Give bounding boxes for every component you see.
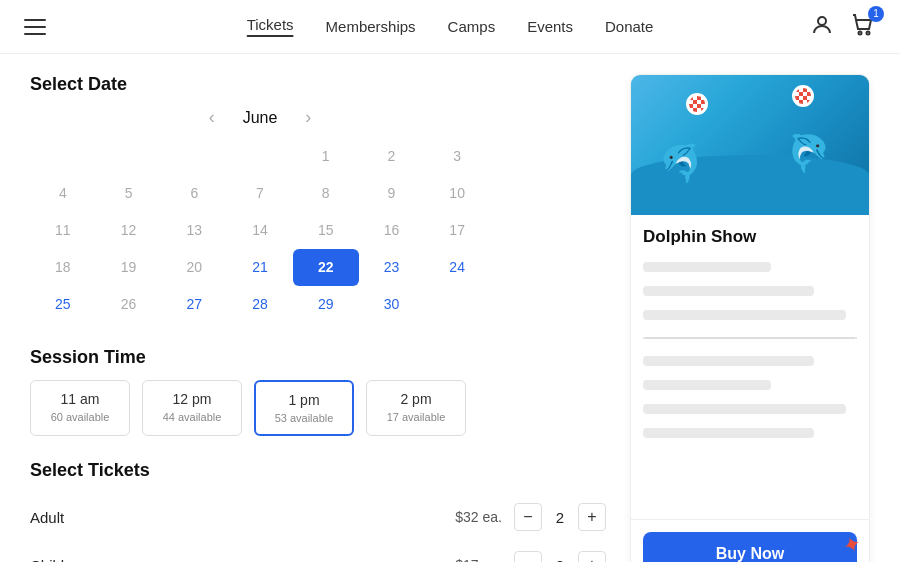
nav-tickets[interactable]: Tickets: [247, 16, 294, 37]
event-image: 🐬 🐬: [631, 75, 869, 215]
cal-day: 18: [30, 249, 96, 286]
time-option[interactable]: 12 pm44 available: [142, 380, 242, 436]
select-date-title: Select Date: [30, 74, 606, 95]
cal-day: 4: [30, 175, 96, 212]
left-panel: Select Date ‹ June › 1234567891011121314…: [30, 74, 606, 562]
prev-month-button[interactable]: ‹: [205, 107, 219, 128]
nav-memberships[interactable]: Memberships: [326, 18, 416, 35]
ticket-row: Child $17 ea. − 2 +: [30, 541, 606, 562]
skeleton-5: [643, 380, 771, 390]
cal-day: 7: [227, 175, 293, 212]
cal-day: 11: [30, 212, 96, 249]
skeleton-3: [643, 310, 846, 320]
cal-day[interactable]: 28: [227, 286, 293, 323]
qty-decrease-button[interactable]: −: [514, 551, 542, 562]
buy-btn-area: Buy Now ✦: [631, 519, 869, 562]
ball-2: [792, 85, 814, 107]
time-avail: 17 available: [385, 411, 447, 423]
qty-increase-button[interactable]: +: [578, 551, 606, 562]
skeleton-2: [643, 286, 814, 296]
cal-day: 15: [293, 212, 359, 249]
time-options: 11 am60 available12 pm44 available1 pm53…: [30, 380, 606, 436]
qty-value: 2: [550, 557, 570, 563]
buy-now-button[interactable]: Buy Now: [643, 532, 857, 562]
cal-day[interactable]: 23: [359, 249, 425, 286]
ticket-name: Adult: [30, 509, 420, 526]
account-icon[interactable]: [810, 13, 834, 41]
skeleton-7: [643, 428, 814, 438]
svg-point-0: [818, 17, 826, 25]
next-month-button[interactable]: ›: [301, 107, 315, 128]
event-info: Dolphin Show: [631, 215, 869, 519]
cal-day: [161, 138, 227, 175]
cal-day: 5: [96, 175, 162, 212]
qty-control: − 2 +: [514, 551, 606, 562]
session-title: Session Time: [30, 347, 606, 368]
time-avail: 60 available: [49, 411, 111, 423]
cal-day: [227, 138, 293, 175]
svg-point-1: [859, 31, 862, 34]
cal-day: 10: [424, 175, 490, 212]
cal-day[interactable]: 29: [293, 286, 359, 323]
qty-increase-button[interactable]: +: [578, 503, 606, 531]
cal-day: 12: [96, 212, 162, 249]
cal-day: [30, 138, 96, 175]
nav-camps[interactable]: Camps: [448, 18, 496, 35]
nav-events[interactable]: Events: [527, 18, 573, 35]
session-section: Session Time 11 am60 available12 pm44 av…: [30, 347, 606, 436]
cal-day: 19: [96, 249, 162, 286]
tickets-section: Select Tickets Adult $32 ea. − 2 + Child…: [30, 460, 606, 562]
cal-day: 26: [96, 286, 162, 323]
cal-day: 3: [424, 138, 490, 175]
qty-decrease-button[interactable]: −: [514, 503, 542, 531]
dolphin-scene: 🐬 🐬: [631, 75, 869, 215]
cal-day[interactable]: 24: [424, 249, 490, 286]
cal-day[interactable]: 27: [161, 286, 227, 323]
ticket-price: $17 ea.: [432, 557, 502, 562]
time-avail: 44 available: [161, 411, 223, 423]
svg-point-2: [867, 31, 870, 34]
qty-value: 2: [550, 509, 570, 526]
ticket-row: Adult $32 ea. − 2 +: [30, 493, 606, 541]
skeleton-6: [643, 404, 846, 414]
header: Tickets Memberships Camps Events Donate …: [0, 0, 900, 54]
skeleton-1: [643, 262, 771, 272]
cal-day[interactable]: 21: [227, 249, 293, 286]
time-label: 2 pm: [385, 391, 447, 407]
cal-day[interactable]: 22: [293, 249, 359, 286]
qty-control: − 2 +: [514, 503, 606, 531]
nav-donate[interactable]: Donate: [605, 18, 653, 35]
cal-day: 6: [161, 175, 227, 212]
main-nav: Tickets Memberships Camps Events Donate: [247, 16, 654, 37]
cal-day: 2: [359, 138, 425, 175]
time-option[interactable]: 11 am60 available: [30, 380, 130, 436]
hamburger-menu[interactable]: [24, 19, 46, 35]
cal-day: 1: [293, 138, 359, 175]
skeleton-4: [643, 356, 814, 366]
cal-day[interactable]: 25: [30, 286, 96, 323]
cal-day: 17: [424, 212, 490, 249]
time-option[interactable]: 1 pm53 available: [254, 380, 354, 436]
cal-day: [96, 138, 162, 175]
time-label: 11 am: [49, 391, 111, 407]
time-option[interactable]: 2 pm17 available: [366, 380, 466, 436]
cal-day: 20: [161, 249, 227, 286]
ticket-price: $32 ea.: [432, 509, 502, 525]
cart-icon[interactable]: 1: [850, 12, 876, 42]
right-panel: 🐬 🐬 Dolphin Show Buy Now ✦: [630, 74, 870, 562]
month-name: June: [243, 109, 278, 127]
event-title: Dolphin Show: [643, 227, 857, 247]
cal-day[interactable]: 30: [359, 286, 425, 323]
ball-1: [686, 93, 708, 115]
cal-day: 16: [359, 212, 425, 249]
select-date-section: Select Date ‹ June › 1234567891011121314…: [30, 74, 606, 323]
cal-day: 8: [293, 175, 359, 212]
time-label: 1 pm: [274, 392, 334, 408]
cal-day: 9: [359, 175, 425, 212]
tickets-title: Select Tickets: [30, 460, 606, 481]
cal-day: 13: [161, 212, 227, 249]
calendar-header: ‹ June ›: [30, 107, 490, 128]
time-avail: 53 available: [274, 412, 334, 424]
calendar: ‹ June › 1234567891011121314151617181920…: [30, 107, 490, 323]
event-image-bg: 🐬 🐬: [631, 75, 869, 215]
